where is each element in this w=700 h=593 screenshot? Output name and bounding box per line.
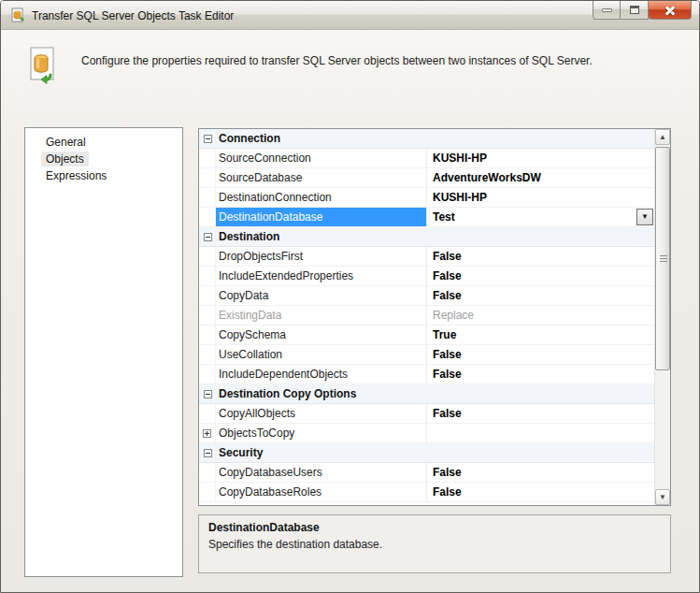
close-icon	[664, 5, 676, 16]
expander-cell	[199, 345, 216, 364]
property-value[interactable]	[427, 424, 654, 442]
sidebar-item-expressions[interactable]: Expressions	[41, 168, 111, 183]
property-row-copydatabaseroles[interactable]: CopyDatabaseRolesFalse	[199, 483, 654, 502]
collapse-icon[interactable]	[204, 390, 212, 398]
property-value-text: Test	[433, 210, 455, 224]
property-row-sourceconnection[interactable]: SourceConnectionKUSHI-HP	[199, 149, 654, 168]
property-name[interactable]: IncludeExtendedProperties	[216, 267, 427, 285]
property-value[interactable]: KUSHI-HP	[427, 149, 654, 167]
expander-cell[interactable]	[199, 443, 216, 462]
property-row-existingdata[interactable]: ExistingDataReplace	[199, 306, 654, 325]
property-name[interactable]: UseCollation	[216, 345, 427, 364]
expand-icon[interactable]	[203, 429, 211, 438]
property-name[interactable]: IncludeDependentObjects	[216, 365, 427, 383]
property-value[interactable]: AdventureWorksDW	[427, 168, 654, 187]
property-name[interactable]: CopyDatabaseRoles	[216, 483, 427, 501]
vertical-scrollbar[interactable]: ▲ ▼	[654, 129, 670, 505]
property-row-copyallobjects[interactable]: CopyAllObjectsFalse	[199, 404, 654, 424]
property-value-text: False	[433, 289, 462, 302]
expander-cell[interactable]	[199, 227, 216, 246]
property-value[interactable]: False	[427, 345, 654, 364]
scroll-down-button[interactable]: ▼	[655, 489, 670, 505]
property-row-includeextendedproperties[interactable]: IncludeExtendedPropertiesFalse	[199, 267, 654, 286]
property-value[interactable]: False	[427, 247, 654, 266]
expander-cell	[199, 168, 216, 187]
property-value-text: True	[433, 328, 456, 341]
property-value[interactable]: False	[427, 365, 654, 383]
expander-cell	[199, 149, 216, 167]
property-name[interactable]: CopySchema	[216, 325, 427, 344]
property-row-copydatabaseusers[interactable]: CopyDatabaseUsersFalse	[199, 463, 654, 483]
scroll-up-button[interactable]: ▲	[655, 129, 670, 145]
property-grid-rows: ConnectionSourceConnectionKUSHI-HPSource…	[199, 129, 654, 505]
property-name[interactable]: ObjectsToCopy	[216, 424, 427, 442]
expander-cell[interactable]	[199, 384, 216, 403]
close-button[interactable]	[649, 1, 692, 20]
property-row-destinationdatabase[interactable]: DestinationDatabaseTest▼	[199, 208, 654, 227]
collapse-icon[interactable]	[204, 233, 212, 241]
property-row-objectstocopy[interactable]: ObjectsToCopy	[199, 424, 654, 443]
help-property-description: Specifies the destination database.	[208, 538, 661, 551]
property-name[interactable]: CopyDatabaseUsers	[216, 463, 427, 482]
category-label: Destination Copy Options	[216, 384, 654, 403]
category-row-destination-copy-options[interactable]: Destination Copy Options	[199, 384, 654, 404]
property-name[interactable]: SourceConnection	[216, 149, 427, 167]
property-row-copydata[interactable]: CopyDataFalse	[199, 286, 654, 306]
minimize-button[interactable]	[593, 1, 621, 20]
category-row-connection[interactable]: Connection	[199, 129, 654, 149]
category-label: Destination	[216, 227, 654, 246]
property-row-includedependentobjects[interactable]: IncludeDependentObjectsFalse	[199, 365, 654, 384]
scroll-down-icon: ▼	[659, 494, 666, 501]
property-name[interactable]: CopyAllObjects	[216, 404, 427, 423]
title-bar[interactable]: Transfer SQL Server Objects Task Editor	[1, 1, 699, 30]
property-value-text: KUSHI-HP	[433, 152, 487, 165]
property-name[interactable]: CopyData	[216, 286, 427, 305]
expander-cell[interactable]	[199, 129, 216, 148]
property-value-text: Replace	[433, 309, 474, 322]
property-value[interactable]: Replace	[427, 306, 654, 325]
expander-cell	[199, 208, 216, 226]
property-value[interactable]: False	[427, 286, 654, 305]
window-controls	[593, 1, 692, 20]
expander-cell	[199, 404, 216, 423]
property-value[interactable]: Test▼	[427, 208, 654, 226]
property-value-text: False	[433, 250, 462, 263]
transfer-task-icon-large	[26, 46, 60, 87]
property-row-destinationconnection[interactable]: DestinationConnectionKUSHI-HP	[199, 188, 654, 208]
expander-cell	[199, 325, 216, 344]
sidebar-list[interactable]: GeneralObjectsExpressions	[24, 127, 183, 577]
dropdown-arrow-icon: ▼	[641, 213, 649, 221]
sidebar-item-general[interactable]: General	[41, 135, 91, 150]
collapse-icon[interactable]	[204, 449, 212, 457]
property-name[interactable]: DestinationConnection	[216, 188, 427, 207]
window-title: Transfer SQL Server Objects Task Editor	[32, 9, 234, 22]
collapse-icon[interactable]	[204, 135, 212, 143]
property-value[interactable]: False	[427, 404, 654, 423]
help-property-name: DestinationDatabase	[208, 521, 661, 534]
property-row-copyschema[interactable]: CopySchemaTrue	[199, 325, 654, 345]
property-name[interactable]: DropObjectsFirst	[216, 247, 427, 266]
expander-cell	[199, 188, 216, 207]
property-value[interactable]: True	[427, 325, 654, 344]
property-value[interactable]: False	[427, 483, 654, 501]
property-grid[interactable]: ConnectionSourceConnectionKUSHI-HPSource…	[198, 128, 671, 506]
category-row-destination[interactable]: Destination	[199, 227, 654, 247]
property-name[interactable]: DestinationDatabase	[216, 208, 427, 226]
property-row-sourcedatabase[interactable]: SourceDatabaseAdventureWorksDW	[199, 168, 654, 188]
property-value[interactable]: False	[427, 267, 654, 285]
property-value[interactable]: KUSHI-HP	[427, 188, 654, 207]
category-row-security[interactable]: Security	[199, 443, 654, 463]
expander-cell	[199, 365, 216, 383]
scroll-thumb[interactable]	[655, 147, 670, 370]
property-row-usecollation[interactable]: UseCollationFalse	[199, 345, 654, 365]
maximize-button[interactable]	[621, 1, 649, 20]
property-name[interactable]: ExistingData	[216, 306, 427, 325]
property-value[interactable]: False	[427, 463, 654, 482]
dropdown-button[interactable]: ▼	[636, 209, 653, 225]
property-value-text: KUSHI-HP	[433, 191, 487, 204]
property-row-dropobjectsfirst[interactable]: DropObjectsFirstFalse	[199, 247, 654, 267]
property-name[interactable]: SourceDatabase	[216, 168, 427, 187]
sidebar-item-objects[interactable]: Objects	[41, 152, 89, 166]
expander-cell	[199, 247, 216, 266]
expander-cell[interactable]	[199, 424, 216, 442]
